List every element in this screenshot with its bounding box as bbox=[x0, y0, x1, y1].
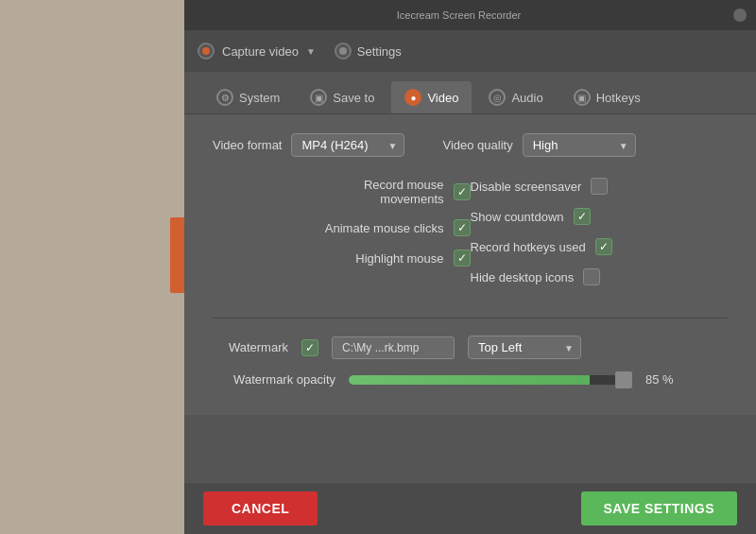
animate-clicks-label: Animate mouse clicks bbox=[325, 221, 444, 235]
watermark-position-select[interactable]: Top Left Top Right Bottom Left Bottom Ri… bbox=[468, 336, 581, 359]
video-quality-label: Video quality bbox=[442, 138, 512, 152]
tab-hotkeys-label: Hotkeys bbox=[596, 91, 641, 105]
capture-label: Capture video bbox=[222, 44, 299, 59]
highlight-mouse-checkbox[interactable] bbox=[454, 250, 471, 267]
left-panel bbox=[0, 0, 184, 534]
highlight-mouse-label: Highlight mouse bbox=[355, 251, 443, 266]
disable-screensaver-checkbox[interactable] bbox=[591, 178, 608, 195]
checkboxes-area: Record mousemovements Animate mouse clic… bbox=[213, 178, 728, 299]
section-divider bbox=[213, 318, 728, 319]
video-format-select[interactable]: MP4 (H264) AVI MOV GIF bbox=[291, 133, 404, 157]
capture-chevron-icon: ▼ bbox=[306, 46, 316, 57]
watermark-checkbox[interactable] bbox=[301, 339, 318, 356]
video-settings-content: Video format MP4 (H264) AVI MOV GIF Vide… bbox=[184, 114, 756, 415]
audio-icon: ◎ bbox=[489, 89, 506, 106]
show-countdown-checkbox[interactable] bbox=[574, 208, 591, 225]
hide-desktop-checkbox[interactable] bbox=[583, 268, 600, 285]
opacity-slider-fill bbox=[349, 375, 590, 385]
system-icon: ⚙ bbox=[216, 89, 233, 106]
watermark-path[interactable]: C:\My ...rk.bmp bbox=[332, 336, 455, 359]
opacity-value: 85 % bbox=[645, 372, 679, 387]
tab-system-label: System bbox=[239, 91, 280, 105]
settings-nav[interactable]: Settings bbox=[335, 43, 402, 60]
tab-saveto[interactable]: ▣ Save to bbox=[297, 81, 387, 113]
record-hotkeys-checkbox[interactable] bbox=[595, 238, 612, 255]
opacity-row: Watermark opacity 85 % bbox=[213, 372, 728, 387]
settings-radio[interactable] bbox=[335, 43, 352, 60]
show-countdown-label: Show countdown bbox=[471, 210, 564, 224]
opacity-slider-thumb[interactable] bbox=[615, 371, 632, 388]
save-settings-button[interactable]: SAVE SETTINGS bbox=[581, 491, 737, 525]
app-wrapper: Icecream Screen Recorder Capture video ▼… bbox=[0, 0, 756, 534]
video-format-select-wrapper[interactable]: MP4 (H264) AVI MOV GIF bbox=[291, 133, 404, 157]
video-icon: ● bbox=[404, 89, 421, 106]
settings-label: Settings bbox=[357, 44, 402, 59]
animate-clicks-row: Animate mouse clicks bbox=[213, 219, 471, 236]
hide-desktop-row: Hide desktop icons bbox=[471, 268, 729, 285]
watermark-position-select-wrapper[interactable]: Top Left Top Right Bottom Left Bottom Ri… bbox=[468, 336, 581, 359]
bottom-bar: CANCEL SAVE SETTINGS bbox=[184, 483, 756, 534]
disable-screensaver-label: Disable screensaver bbox=[471, 180, 582, 194]
saveto-icon: ▣ bbox=[310, 89, 327, 106]
tab-system[interactable]: ⚙ System bbox=[203, 81, 293, 113]
cancel-button[interactable]: CANCEL bbox=[203, 491, 318, 525]
right-checkboxes: Disable screensaver Show countdown Recor… bbox=[471, 178, 729, 299]
watermark-label: Watermark bbox=[213, 340, 288, 354]
record-mouse-checkbox[interactable] bbox=[454, 183, 471, 200]
header-row: Capture video ▼ Settings bbox=[184, 30, 756, 72]
tab-hotkeys[interactable]: ▣ Hotkeys bbox=[560, 81, 654, 113]
animate-clicks-checkbox[interactable] bbox=[454, 219, 471, 236]
left-checkboxes: Record mousemovements Animate mouse clic… bbox=[213, 178, 471, 299]
record-mouse-label: Record mousemovements bbox=[364, 178, 444, 206]
hide-desktop-label: Hide desktop icons bbox=[471, 270, 575, 284]
app-title: Icecream Screen Recorder bbox=[184, 9, 733, 21]
capture-radio[interactable] bbox=[198, 43, 215, 60]
video-quality-select[interactable]: Low Medium High Ultra bbox=[523, 133, 636, 157]
highlight-mouse-row: Highlight mouse bbox=[213, 250, 471, 267]
tab-audio-label: Audio bbox=[511, 91, 542, 105]
record-hotkeys-label: Record hotkeys used bbox=[471, 240, 586, 254]
hotkeys-icon: ▣ bbox=[574, 89, 591, 106]
record-mouse-row: Record mousemovements bbox=[213, 178, 471, 206]
close-button[interactable] bbox=[733, 9, 747, 22]
capture-video-selector[interactable]: Capture video ▼ bbox=[198, 43, 316, 60]
dialog-overlay: Icecream Screen Recorder Capture video ▼… bbox=[184, 0, 756, 534]
opacity-slider[interactable] bbox=[349, 375, 632, 385]
video-quality-group: Video quality Low Medium High Ultra bbox=[442, 133, 635, 157]
tab-bar: ⚙ System ▣ Save to ● Video ◎ Audio ▣ Hot… bbox=[184, 72, 756, 114]
opacity-label: Watermark opacity bbox=[213, 372, 335, 387]
format-quality-row: Video format MP4 (H264) AVI MOV GIF Vide… bbox=[213, 133, 728, 157]
tab-video-label: Video bbox=[427, 91, 458, 105]
tab-video[interactable]: ● Video bbox=[391, 81, 472, 113]
video-quality-select-wrapper[interactable]: Low Medium High Ultra bbox=[523, 133, 636, 157]
record-hotkeys-row: Record hotkeys used bbox=[471, 238, 729, 255]
disable-screensaver-row: Disable screensaver bbox=[471, 178, 729, 195]
video-format-group: Video format MP4 (H264) AVI MOV GIF bbox=[213, 133, 404, 157]
watermark-row: Watermark C:\My ...rk.bmp Top Left Top R… bbox=[213, 336, 728, 359]
video-format-label: Video format bbox=[213, 138, 282, 152]
tab-audio[interactable]: ◎ Audio bbox=[475, 81, 556, 113]
tab-saveto-label: Save to bbox=[333, 91, 374, 105]
show-countdown-row: Show countdown bbox=[471, 208, 729, 225]
top-bar: Icecream Screen Recorder bbox=[184, 0, 756, 30]
